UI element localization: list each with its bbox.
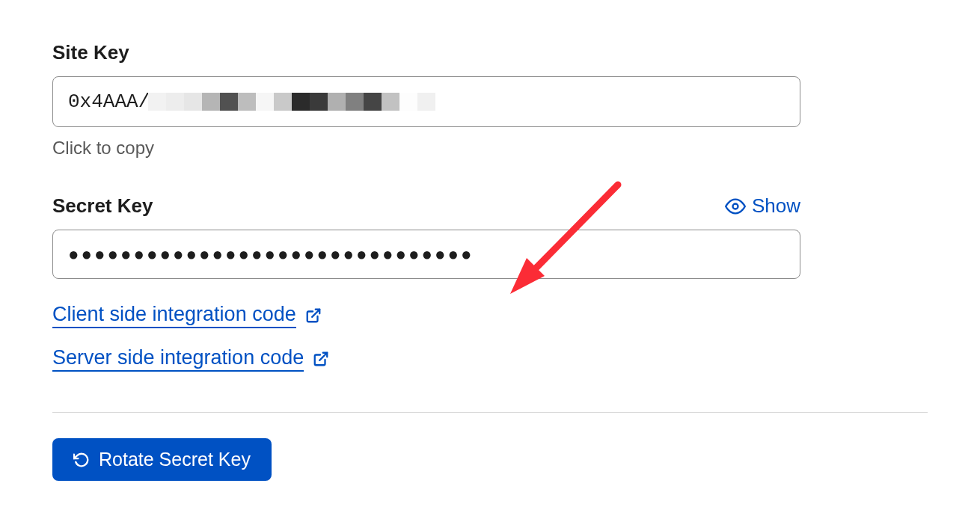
external-link-icon xyxy=(305,307,322,324)
site-key-helper: Click to copy xyxy=(52,138,928,159)
secret-key-group: Secret Key Show ●●●●●●●●●●●●●●●●●●●●●●●●… xyxy=(52,194,928,279)
site-key-redacted-pixels xyxy=(148,93,435,111)
refresh-icon xyxy=(73,452,90,468)
secret-key-input[interactable]: ●●●●●●●●●●●●●●●●●●●●●●●●●●●●●●● xyxy=(52,230,800,279)
integration-links: Client side integration code Server side… xyxy=(52,303,928,390)
show-secret-button[interactable]: Show xyxy=(725,194,800,218)
client-link-text: Client side integration code xyxy=(52,303,296,328)
site-key-input[interactable]: 0x4AAA/ xyxy=(52,76,800,127)
server-integration-link[interactable]: Server side integration code xyxy=(52,346,329,372)
client-integration-link[interactable]: Client side integration code xyxy=(52,303,322,328)
server-link-text: Server side integration code xyxy=(52,346,304,372)
svg-point-2 xyxy=(732,203,738,209)
trailing-slash: / xyxy=(138,90,147,113)
section-divider xyxy=(52,412,928,413)
svg-line-3 xyxy=(312,310,319,317)
site-key-label: Site Key xyxy=(52,41,928,64)
secret-key-label: Secret Key xyxy=(52,194,153,218)
site-key-value-prefix: 0x4AAA xyxy=(68,90,138,113)
svg-line-4 xyxy=(319,353,327,360)
site-key-group: Site Key 0x4AAA/ Click xyxy=(52,41,928,159)
external-link-icon xyxy=(313,351,329,367)
rotate-button-label: Rotate Secret Key xyxy=(99,449,251,470)
eye-icon xyxy=(725,196,746,217)
rotate-secret-key-button[interactable]: Rotate Secret Key xyxy=(52,438,272,481)
show-label: Show xyxy=(752,194,800,218)
secret-key-masked-value: ●●●●●●●●●●●●●●●●●●●●●●●●●●●●●●● xyxy=(68,244,474,265)
